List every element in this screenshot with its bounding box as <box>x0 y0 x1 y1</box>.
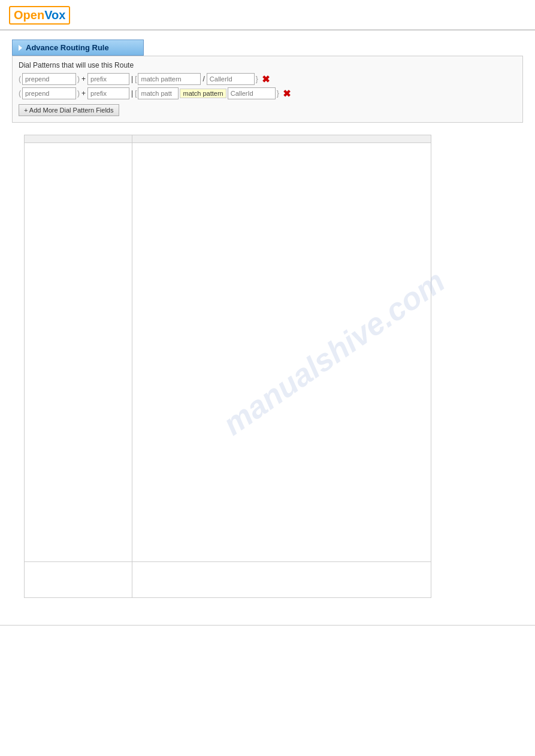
open-paren-1: ( <box>19 75 21 83</box>
x-icon-1: ✖ <box>262 74 270 84</box>
triangle-icon <box>19 45 22 51</box>
x-icon-2: ✖ <box>283 89 291 99</box>
pattern-row-2: ( ) + | [ match pattern } ✖ <box>19 87 516 99</box>
prepend-input-2[interactable] <box>22 87 76 99</box>
match-input-2[interactable] <box>138 87 179 99</box>
logo: OpenVox <box>9 6 526 25</box>
col2-header <box>132 135 431 143</box>
close-bracket-2: } <box>277 89 279 98</box>
col1-header <box>25 135 132 143</box>
table-cell-left-main <box>25 143 132 562</box>
dial-patterns-box: Dial Patterns that will use this Route (… <box>12 56 523 123</box>
match-input-1[interactable] <box>138 73 201 85</box>
prefix-input-1[interactable] <box>87 73 129 85</box>
table-cell-right-main: manualshive.com <box>132 143 431 562</box>
slash-1: / <box>202 75 204 83</box>
callerid-input-1[interactable] <box>207 73 255 85</box>
pipe-sign-2: | <box>131 89 133 98</box>
autocomplete-hint: match pattern <box>180 89 226 98</box>
close-bracket-1: } <box>256 75 258 83</box>
add-more-button[interactable]: + Add More Dial Pattern Fields <box>19 104 119 116</box>
dial-patterns-title: Dial Patterns that will use this Route <box>19 61 516 69</box>
watermark: manualshive.com <box>216 263 451 442</box>
plus-sign-2: + <box>81 89 86 98</box>
footer <box>0 625 535 635</box>
pattern-row-1: ( ) + | [ / } ✖ <box>19 73 516 85</box>
table-cell-right-bottom <box>132 562 431 598</box>
section-header: Advance Routing Rule <box>12 40 144 56</box>
prefix-input-2[interactable] <box>87 87 129 99</box>
table-cell-left-bottom <box>25 562 132 598</box>
table-header-row <box>25 135 431 143</box>
open-bracket-2: [ <box>135 89 137 98</box>
delete-button-2[interactable]: ✖ <box>283 88 291 99</box>
logo-vox: Vox <box>44 8 65 22</box>
table-row-main: manualshive.com <box>25 143 431 562</box>
pipe-sign-1: | <box>131 75 133 83</box>
plus-sign-1: + <box>81 75 86 83</box>
delete-button-1[interactable]: ✖ <box>262 74 270 85</box>
close-paren-1: ) <box>77 75 80 83</box>
table-row-bottom <box>25 562 431 598</box>
callerid-input-2[interactable] <box>228 87 276 99</box>
main-content: Advance Routing Rule Dial Patterns that … <box>0 31 535 607</box>
table-section: manualshive.com <box>12 135 523 598</box>
header: OpenVox <box>0 0 535 31</box>
data-table: manualshive.com <box>24 135 431 598</box>
logo-open: Open <box>14 8 44 22</box>
close-paren-2: ) <box>77 89 80 98</box>
open-bracket-1: [ <box>135 75 137 83</box>
section-title: Advance Routing Rule <box>26 43 109 52</box>
open-paren-2: ( <box>19 89 21 98</box>
prepend-input-1[interactable] <box>22 73 76 85</box>
logo-box: OpenVox <box>9 6 70 25</box>
